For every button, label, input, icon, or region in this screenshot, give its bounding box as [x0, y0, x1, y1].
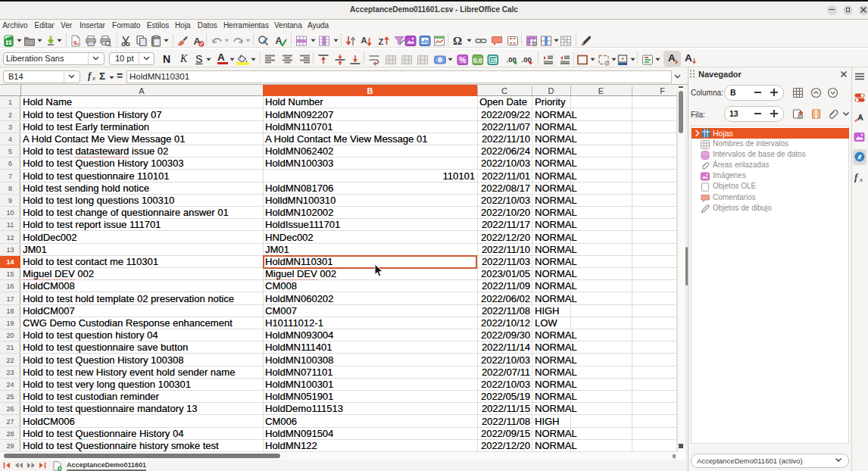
svg-text:.00: .00 [522, 55, 532, 64]
svg-text:Z: Z [379, 37, 384, 46]
svg-text:A: A [361, 36, 367, 45]
svg-text:0.0: 0.0 [473, 56, 482, 64]
svg-text:15: 15 [490, 57, 496, 62]
svg-text:%: % [459, 55, 467, 64]
svg-text:.00: .00 [507, 55, 517, 64]
svg-text:Ω: Ω [453, 35, 462, 47]
